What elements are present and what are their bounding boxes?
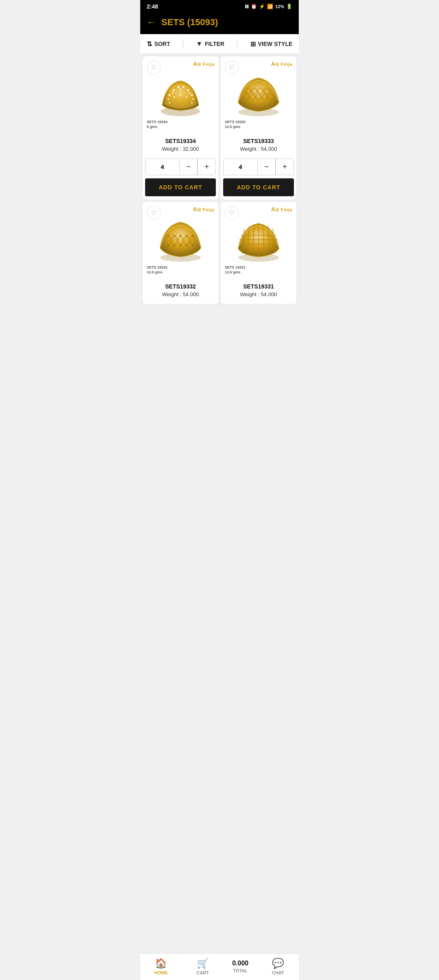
svg-point-47 [186, 245, 187, 246]
heart-icon-1: ♡ [151, 64, 156, 72]
product-weight-3: Weight : 54.000 [147, 291, 214, 297]
qty-plus-2[interactable]: + [276, 159, 293, 175]
status-bar: 2:48 ⊠ ⏰ ⚡ 📶 12% 🔋 [140, 0, 299, 12]
add-to-cart-2[interactable]: ADD TO CART [223, 178, 294, 196]
battery-icon: 🔋 [286, 4, 292, 9]
svg-point-9 [180, 89, 181, 90]
card-info-3: SETS19332 Weight : 54.000 [143, 279, 218, 304]
back-button[interactable]: ← [147, 17, 156, 28]
svg-point-44 [167, 245, 169, 246]
bluetooth-icon: ⚡ [259, 4, 265, 9]
heart-icon-2: ♡ [229, 64, 235, 72]
svg-point-48 [192, 245, 193, 246]
svg-point-13 [174, 96, 175, 98]
divider-2 [237, 40, 237, 48]
product-card-sets19332: ♡ Au Finja [143, 202, 218, 304]
svg-point-16 [191, 102, 193, 104]
svg-point-8 [172, 92, 173, 94]
svg-point-5 [187, 89, 189, 91]
product-label-1: SETS 19334 8 gms [147, 119, 167, 130]
view-style-button[interactable]: ⊞ VIEW STYLE [250, 40, 293, 48]
wishlist-button-3[interactable]: ♡ [147, 206, 161, 220]
card-info-1: SETS19334 Weight : 32.000 [143, 134, 218, 158]
product-label-3: SETS 19332 13.5 gms [147, 265, 167, 275]
product-card-sets19331: ♡ Au Finja [221, 202, 296, 304]
product-weight-2: Weight : 54.000 [225, 146, 292, 152]
card-info-4: SETS19331 Weight : 54.000 [221, 279, 296, 304]
product-weight-1: Weight : 32.000 [147, 146, 214, 152]
product-grid: ♡ Au Finja [140, 54, 299, 306]
status-time: 2:48 [147, 3, 158, 10]
brand-au-4: Au [271, 206, 281, 212]
label-line2-3: 13.5 gms [147, 270, 167, 275]
filter-label: FILTER [205, 41, 224, 47]
product-label-2: SETS 19333 13.5 gms [225, 119, 246, 130]
filter-button[interactable]: ▼ FILTER [196, 40, 224, 48]
svg-point-43 [192, 235, 193, 236]
svg-point-7 [167, 98, 169, 100]
product-name-4: SETS19331 [225, 283, 292, 290]
add-to-cart-1[interactable]: ADD TO CART [145, 178, 216, 196]
svg-point-11 [192, 98, 194, 100]
svg-point-40 [174, 235, 175, 236]
header: ← SETS (15093) [140, 12, 299, 34]
sort-icon: ⇅ [147, 40, 152, 48]
product-card-sets19334: ♡ Au Finja [143, 56, 218, 199]
product-name-1: SETS19334 [147, 138, 214, 144]
filter-icon: ▼ [196, 40, 202, 48]
heart-icon-4: ♡ [229, 209, 235, 217]
quantity-row-2: 4 − + [223, 158, 294, 175]
brand-logo-1: Au Finja [193, 61, 214, 67]
label-line2-2: 13.5 gms [225, 124, 246, 130]
qty-plus-1[interactable]: + [198, 159, 215, 175]
qty-value-2: 4 [224, 160, 258, 173]
svg-point-45 [174, 245, 175, 246]
svg-point-39 [167, 235, 169, 236]
svg-point-10 [189, 92, 190, 94]
svg-point-14 [180, 94, 181, 96]
nfc-icon: ⊠ [245, 4, 249, 9]
brand-finja-3: Finja [203, 207, 214, 212]
qty-value-1: 4 [146, 160, 180, 173]
brand-au-2: Au [271, 61, 281, 67]
svg-point-15 [186, 96, 187, 98]
brand-logo-2: Au Finja [271, 61, 292, 67]
label-line1-1: SETS 19334 [147, 119, 167, 125]
svg-point-1 [169, 94, 171, 96]
view-style-label: VIEW STYLE [258, 41, 293, 47]
product-weight-4: Weight : 54.000 [225, 291, 292, 297]
brand-au-1: Au [193, 61, 203, 67]
divider-1 [183, 40, 183, 48]
card-info-2: SETS19333 Weight : 54.000 [221, 134, 296, 158]
battery-level: 12% [275, 4, 284, 9]
product-name-3: SETS19332 [147, 283, 214, 290]
product-name-2: SETS19333 [225, 138, 292, 144]
sort-label: SORT [154, 41, 170, 47]
svg-point-41 [180, 235, 181, 236]
heart-icon-3: ♡ [151, 209, 156, 217]
status-icons: ⊠ ⏰ ⚡ 📶 12% 🔋 [245, 4, 292, 9]
card-image-area-3: ♡ Au Finja [143, 202, 218, 279]
signal-icon: 📶 [267, 4, 273, 9]
wishlist-button-2[interactable]: ♡ [225, 61, 239, 74]
svg-point-3 [178, 86, 180, 88]
label-line1-3: SETS 19332 [147, 265, 167, 270]
svg-point-12 [169, 102, 170, 104]
svg-point-42 [186, 235, 187, 236]
svg-point-6 [191, 94, 193, 96]
brand-finja-1: Finja [203, 62, 214, 67]
qty-minus-2[interactable]: − [258, 159, 276, 175]
toolbar: ⇅ SORT ▼ FILTER ⊞ VIEW STYLE [140, 34, 299, 54]
svg-point-46 [180, 245, 181, 246]
qty-minus-1[interactable]: − [180, 159, 198, 175]
label-line2-4: 13.5 gms [225, 270, 246, 275]
sort-button[interactable]: ⇅ SORT [147, 40, 170, 48]
wishlist-button-4[interactable]: ♡ [225, 206, 239, 220]
brand-finja-2: Finja [281, 62, 292, 67]
page-title: SETS (15093) [161, 17, 218, 28]
label-line1-4: SETS 19331 [225, 265, 246, 270]
wishlist-button-1[interactable]: ♡ [147, 61, 161, 74]
brand-logo-4: Au Finja [271, 206, 292, 212]
card-image-area-2: ♡ Au Finja [221, 56, 296, 134]
label-line1-2: SETS 19333 [225, 119, 246, 125]
